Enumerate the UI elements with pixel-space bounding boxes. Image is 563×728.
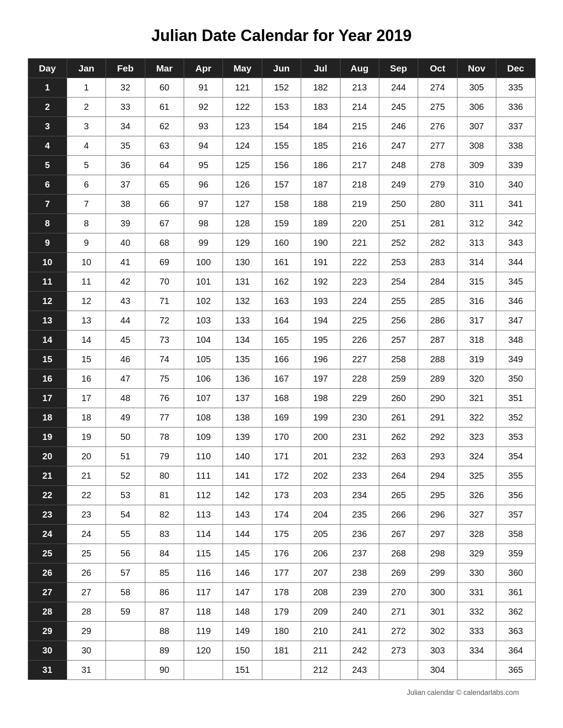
cell-row1-oct: 274: [418, 78, 457, 98]
cell-row7-aug: 219: [340, 195, 379, 214]
cell-row3-nov: 307: [457, 117, 496, 136]
cell-row6-may: 126: [223, 175, 262, 195]
col-header-sep: Sep: [379, 59, 418, 78]
cell-row7-dec: 341: [496, 195, 536, 214]
julian-calendar-table: DayJanFebMarAprMayJunJulAugSepOctNovDec …: [28, 58, 536, 680]
cell-row9-mar: 68: [145, 233, 184, 253]
cell-row4-feb: 35: [106, 136, 145, 156]
cell-row26-may: 146: [223, 563, 262, 583]
table-row: 292988119149180210241272302333363: [28, 622, 535, 641]
cell-row29-oct: 302: [418, 622, 457, 641]
cell-row9-jul: 190: [301, 233, 340, 253]
cell-row14-feb: 45: [106, 330, 145, 350]
table-row: 15154674105135166196227258288319349: [28, 350, 535, 369]
cell-row29-apr: 119: [184, 622, 223, 641]
cell-row28-apr: 118: [184, 602, 223, 622]
cell-row31-day: 31: [28, 660, 67, 680]
cell-row2-dec: 336: [496, 98, 536, 117]
col-header-dec: Dec: [496, 59, 536, 78]
table-row: 55366495125156186217248278309339: [28, 156, 535, 175]
cell-row12-oct: 285: [418, 292, 457, 311]
table-row: 11326091121152182213244274305335: [28, 78, 535, 98]
cell-row17-jan: 17: [67, 389, 106, 408]
cell-row13-dec: 347: [496, 311, 536, 330]
cell-row14-nov: 318: [457, 330, 496, 350]
cell-row25-nov: 329: [457, 544, 496, 563]
cell-row15-feb: 46: [106, 350, 145, 369]
cell-row8-day: 8: [28, 214, 67, 233]
cell-row10-jul: 191: [301, 253, 340, 272]
cell-row5-jul: 186: [301, 156, 340, 175]
cell-row28-dec: 362: [496, 602, 536, 622]
cell-row22-jun: 173: [262, 486, 301, 505]
cell-row2-mar: 61: [145, 98, 184, 117]
cell-row25-apr: 115: [184, 544, 223, 563]
cell-row13-feb: 44: [106, 311, 145, 330]
cell-row4-jan: 4: [67, 136, 106, 156]
cell-row19-nov: 323: [457, 428, 496, 447]
cell-row2-jan: 2: [67, 98, 106, 117]
cell-row7-apr: 97: [184, 195, 223, 214]
cell-row6-dec: 340: [496, 175, 536, 195]
cell-row30-sep: 273: [379, 641, 418, 660]
cell-row16-apr: 106: [184, 369, 223, 389]
cell-row10-feb: 41: [106, 253, 145, 272]
cell-row1-day: 1: [28, 78, 67, 98]
cell-row11-jul: 192: [301, 272, 340, 292]
cell-row10-aug: 222: [340, 253, 379, 272]
cell-row15-dec: 349: [496, 350, 536, 369]
cell-row2-jul: 183: [301, 98, 340, 117]
cell-row2-may: 122: [223, 98, 262, 117]
cell-row9-oct: 282: [418, 233, 457, 253]
cell-row23-sep: 266: [379, 505, 418, 525]
cell-row25-may: 145: [223, 544, 262, 563]
cell-row20-nov: 324: [457, 447, 496, 466]
cell-row28-nov: 332: [457, 602, 496, 622]
cell-row11-dec: 345: [496, 272, 536, 292]
cell-row18-may: 138: [223, 408, 262, 428]
cell-row18-dec: 352: [496, 408, 536, 428]
cell-row13-mar: 72: [145, 311, 184, 330]
cell-row12-aug: 224: [340, 292, 379, 311]
cell-row27-dec: 361: [496, 583, 536, 602]
cell-row18-apr: 108: [184, 408, 223, 428]
col-header-mar: Mar: [145, 59, 184, 78]
cell-row14-mar: 73: [145, 330, 184, 350]
cell-row31-may: 151: [223, 660, 262, 680]
cell-row5-feb: 36: [106, 156, 145, 175]
cell-row27-oct: 300: [418, 583, 457, 602]
cell-row2-sep: 245: [379, 98, 418, 117]
cell-row1-jul: 182: [301, 78, 340, 98]
cell-row24-dec: 358: [496, 525, 536, 544]
cell-row7-jul: 188: [301, 195, 340, 214]
cell-row9-aug: 221: [340, 233, 379, 253]
cell-row10-day: 10: [28, 253, 67, 272]
col-header-apr: Apr: [184, 59, 223, 78]
cell-row8-aug: 220: [340, 214, 379, 233]
cell-row20-mar: 79: [145, 447, 184, 466]
cell-row29-mar: 88: [145, 622, 184, 641]
cell-row12-jul: 193: [301, 292, 340, 311]
cell-row22-day: 22: [28, 486, 67, 505]
cell-row27-nov: 331: [457, 583, 496, 602]
cell-row13-jan: 13: [67, 311, 106, 330]
cell-row4-jun: 155: [262, 136, 301, 156]
cell-row5-may: 125: [223, 156, 262, 175]
cell-row1-aug: 213: [340, 78, 379, 98]
cell-row6-sep: 249: [379, 175, 418, 195]
cell-row9-jan: 9: [67, 233, 106, 253]
cell-row28-feb: 59: [106, 602, 145, 622]
cell-row10-apr: 100: [184, 253, 223, 272]
cell-row8-jan: 8: [67, 214, 106, 233]
cell-row26-apr: 116: [184, 563, 223, 583]
cell-row2-feb: 33: [106, 98, 145, 117]
cell-row15-jul: 196: [301, 350, 340, 369]
cell-row26-jul: 207: [301, 563, 340, 583]
cell-row18-oct: 291: [418, 408, 457, 428]
cell-row14-jul: 195: [301, 330, 340, 350]
cell-row22-sep: 265: [379, 486, 418, 505]
cell-row6-jun: 157: [262, 175, 301, 195]
cell-row6-jul: 187: [301, 175, 340, 195]
cell-row16-mar: 75: [145, 369, 184, 389]
cell-row7-nov: 311: [457, 195, 496, 214]
